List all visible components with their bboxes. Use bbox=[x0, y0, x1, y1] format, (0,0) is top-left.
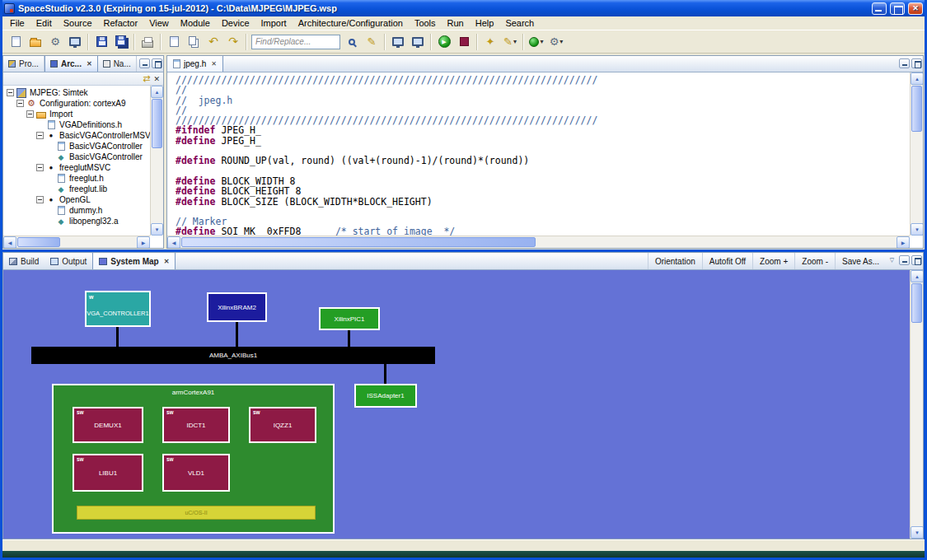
scrollbar-thumb[interactable] bbox=[911, 283, 922, 323]
block-demux[interactable]: sw DEMUX1 bbox=[73, 407, 143, 443]
tree-item-vgadefinitions[interactable]: VGADefinitions.h bbox=[3, 119, 163, 130]
tree-item-freeglutmsvc[interactable]: ● freeglutMSVC bbox=[3, 162, 163, 173]
collapse-expander-icon[interactable] bbox=[26, 110, 34, 118]
save-button[interactable] bbox=[91, 32, 111, 52]
zoom-out-button[interactable]: Zoom - bbox=[794, 253, 835, 269]
tab-system-map[interactable]: System Map ✕ bbox=[92, 253, 176, 269]
scroll-down-icon[interactable]: ▼ bbox=[911, 223, 923, 236]
code-editor[interactable]: ////////////////////////////////////////… bbox=[167, 72, 923, 248]
tree-item-dummy-h[interactable]: dummy.h bbox=[3, 205, 163, 216]
block-amba-axi-bus[interactable]: AMBA_AXIBus1 bbox=[31, 347, 435, 364]
close-tab-icon[interactable]: ✕ bbox=[164, 258, 170, 265]
scrollbar-thumb[interactable] bbox=[181, 237, 536, 247]
maximize-view-button[interactable] bbox=[152, 58, 162, 68]
zoom-in-button[interactable]: Zoom + bbox=[752, 253, 794, 269]
save-as-button[interactable]: Save As... bbox=[835, 253, 886, 269]
tree-horizontal-scrollbar[interactable]: ◀ ▶ bbox=[3, 236, 150, 248]
open-project-button[interactable] bbox=[26, 32, 45, 52]
block-libu[interactable]: sw LIBU1 bbox=[73, 454, 143, 492]
block-xilinx-pic[interactable]: XilinxPIC1 bbox=[319, 307, 380, 330]
tree-item-basicvgacontroller-lib[interactable]: ◆ BasicVGAController bbox=[3, 152, 163, 162]
tree-item-configuration[interactable]: ⚙ Configuration: cortexA9 bbox=[3, 98, 163, 109]
editor-tab-jpeg-h[interactable]: jpeg.h ✕ bbox=[167, 56, 223, 72]
tab-output[interactable]: Output bbox=[44, 253, 92, 269]
save-all-button[interactable] bbox=[111, 32, 131, 52]
block-vld[interactable]: sw VLD1 bbox=[162, 454, 230, 492]
menu-device[interactable]: Device bbox=[216, 17, 255, 29]
scroll-up-icon[interactable]: ▲ bbox=[151, 86, 163, 98]
menu-run[interactable]: Run bbox=[442, 17, 470, 29]
module-window-button[interactable] bbox=[65, 32, 85, 52]
redo-button[interactable]: ↷ bbox=[223, 32, 243, 52]
minimize-button[interactable] bbox=[872, 2, 887, 15]
scroll-down-icon[interactable]: ▼ bbox=[151, 223, 163, 236]
tab-navigator[interactable]: Na... bbox=[98, 56, 137, 72]
wand-button[interactable]: ✎ bbox=[362, 32, 382, 52]
tab-build[interactable]: Build bbox=[3, 253, 44, 269]
tab-project-explorer[interactable]: Pro... bbox=[3, 56, 44, 72]
run-button[interactable]: ▶ bbox=[434, 32, 454, 52]
tree-item-basicvgacontrollermsv[interactable]: ● BasicVGAControllerMSV bbox=[3, 130, 163, 141]
stop-button[interactable] bbox=[454, 32, 474, 52]
collapse-expander-icon[interactable] bbox=[36, 132, 44, 139]
pencil-dropdown-button[interactable]: ✎▾ bbox=[500, 32, 520, 52]
block-arm-cortex[interactable]: armCortexA91 sw DEMUX1 sw IDCT1 sw IQZZ1… bbox=[52, 384, 335, 534]
block-ucos[interactable]: uC/OS-II bbox=[77, 506, 316, 520]
menu-search[interactable]: Search bbox=[499, 17, 540, 29]
scroll-up-icon[interactable]: ▲ bbox=[911, 270, 923, 282]
import-button[interactable] bbox=[164, 32, 184, 52]
minimize-editor-button[interactable] bbox=[899, 58, 910, 68]
link-with-editor-icon[interactable]: ⇄ bbox=[143, 73, 150, 84]
scroll-right-icon[interactable]: ▶ bbox=[137, 236, 150, 248]
tree-item-freeglut-h[interactable]: freeglut.h bbox=[3, 173, 163, 184]
orientation-button[interactable]: Orientation bbox=[648, 253, 702, 269]
minimize-view-button[interactable] bbox=[139, 58, 150, 68]
menu-import[interactable]: Import bbox=[255, 17, 293, 29]
menu-architecture-configuration[interactable]: Architecture/Configuration bbox=[293, 17, 409, 29]
collapse-expander-icon[interactable] bbox=[36, 164, 44, 171]
collapse-expander-icon[interactable] bbox=[16, 100, 24, 107]
autofit-button[interactable]: Autofit Off bbox=[702, 253, 752, 269]
block-xilinx-bram[interactable]: XilinxBRAM2 bbox=[207, 292, 267, 322]
view-menu-icon[interactable]: ▽ bbox=[887, 255, 897, 265]
monitor-button[interactable] bbox=[408, 32, 428, 52]
new-file-button[interactable] bbox=[6, 32, 26, 52]
tree-item-freeglut-lib[interactable]: ◆ freeglut.lib bbox=[3, 184, 163, 194]
block-iss-adapter[interactable]: ISSAdapter1 bbox=[354, 384, 417, 408]
scroll-right-icon[interactable]: ▶ bbox=[897, 236, 910, 248]
scrollbar-thumb[interactable] bbox=[152, 99, 162, 148]
tab-architecture[interactable]: Arc... ✕ bbox=[44, 56, 98, 72]
close-tab-icon[interactable]: ✕ bbox=[87, 60, 92, 68]
editor-vertical-scrollbar[interactable]: ▲ ▼ bbox=[910, 72, 923, 236]
menu-edit[interactable]: Edit bbox=[30, 17, 58, 29]
scroll-down-icon[interactable]: ▼ bbox=[911, 526, 923, 539]
scroll-left-icon[interactable]: ◀ bbox=[167, 236, 180, 248]
menu-view[interactable]: View bbox=[143, 17, 175, 29]
system-map-canvas[interactable]: w VGA_CONTROLLER1 XilinxBRAM2 XilinxPIC1… bbox=[3, 270, 923, 539]
block-iqzz[interactable]: sw IQZZ1 bbox=[249, 407, 316, 443]
menu-source[interactable]: Source bbox=[58, 17, 98, 29]
collapse-expander-icon[interactable] bbox=[36, 196, 44, 203]
find-replace-input[interactable] bbox=[251, 35, 340, 49]
device-screen-button[interactable] bbox=[388, 32, 408, 52]
search-button[interactable] bbox=[342, 32, 362, 52]
canvas-vertical-scrollbar[interactable]: ▲ ▼ bbox=[910, 270, 923, 539]
tree-item-opengl[interactable]: ● OpenGL bbox=[3, 194, 163, 205]
block-vga-controller[interactable]: w VGA_CONTROLLER1 bbox=[85, 291, 151, 327]
copy-button[interactable] bbox=[184, 32, 204, 52]
tree-item-basicvgacontroller-h[interactable]: BasicVGAController bbox=[3, 141, 163, 152]
close-button[interactable]: ✕ bbox=[908, 2, 923, 15]
minimize-view-button[interactable] bbox=[899, 255, 910, 265]
block-idct[interactable]: sw IDCT1 bbox=[162, 407, 230, 443]
menu-file[interactable]: File bbox=[4, 17, 30, 29]
menu-tools[interactable]: Tools bbox=[409, 17, 442, 29]
menu-refactor[interactable]: Refactor bbox=[98, 17, 144, 29]
print-button[interactable] bbox=[138, 32, 157, 52]
scroll-up-icon[interactable]: ▲ bbox=[911, 72, 923, 85]
close-tab-icon[interactable]: ✕ bbox=[211, 60, 217, 68]
scroll-left-icon[interactable]: ◀ bbox=[3, 236, 16, 248]
tree-item-mjpeg[interactable]: MJPEG: Simtek bbox=[3, 87, 163, 98]
tree-item-libopengl32[interactable]: ◆ libopengl32.a bbox=[3, 216, 163, 226]
scrollbar-thumb[interactable] bbox=[911, 86, 922, 132]
collapse-expander-icon[interactable] bbox=[7, 89, 14, 96]
